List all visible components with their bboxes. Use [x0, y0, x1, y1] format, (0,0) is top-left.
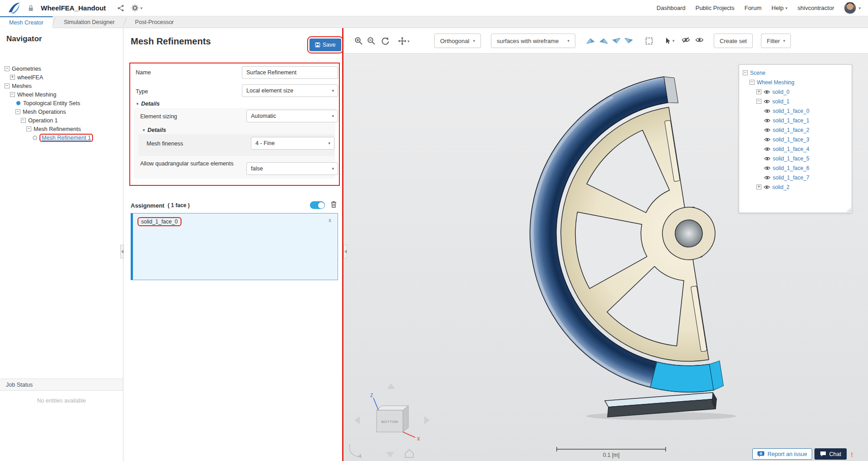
navigator-tree-item[interactable]: −Wheel Meshing	[0, 90, 123, 99]
assigned-face-chip[interactable]: solid_1_face_0	[137, 217, 181, 226]
name-input[interactable]	[242, 66, 338, 79]
navigator-tree-item[interactable]: −Meshes	[0, 82, 123, 90]
rotate-down-arrow[interactable]	[386, 452, 394, 457]
tree-item-label[interactable]: wheelFEA	[17, 74, 43, 81]
visibility-icon[interactable]	[764, 156, 770, 161]
visibility-icon[interactable]	[764, 175, 770, 180]
collapse-icon[interactable]: −	[26, 126, 31, 131]
panel-resize-handle[interactable]	[343, 245, 347, 258]
visibility-icon[interactable]	[764, 147, 770, 151]
report-issue-button[interactable]: Report an issue	[752, 448, 812, 460]
share-icon[interactable]	[117, 5, 124, 12]
zoom-in-icon[interactable]	[354, 37, 363, 45]
tree-item-label[interactable]: solid_1	[772, 98, 790, 105]
tab-mesh-creator[interactable]: Mesh Creator	[0, 16, 53, 28]
scene-tree-item[interactable]: solid_1_face_2	[741, 125, 850, 135]
tree-item-label[interactable]: solid_1_face_0	[773, 108, 809, 114]
header-link-dashboard[interactable]: Dashboard	[657, 5, 686, 11]
filter-button[interactable]: Filter▾	[761, 34, 791, 48]
scene-tree-item[interactable]: solid_1_face_3	[741, 135, 850, 144]
show-all-icon[interactable]	[695, 37, 704, 43]
tree-item-label[interactable]: Geometries	[12, 66, 41, 72]
collapse-icon[interactable]: −	[750, 80, 755, 85]
rotate-right-arrow[interactable]	[424, 416, 430, 424]
expand-icon[interactable]: +	[756, 89, 761, 94]
quad-elements-select[interactable]: false▾	[246, 162, 338, 175]
collapse-icon[interactable]: −	[743, 70, 748, 75]
navigator-tree-item[interactable]: Mesh Refinement 1	[0, 133, 123, 142]
collapse-icon[interactable]: −	[5, 83, 10, 88]
header-link-public-projects[interactable]: Public Projects	[696, 5, 735, 11]
scene-tree-item[interactable]: solid_1_face_1	[741, 116, 850, 125]
tree-item-label[interactable]: Mesh Refinement 1	[39, 134, 93, 142]
tree-item-label[interactable]: solid_1_face_1	[773, 117, 809, 124]
scene-tree-item[interactable]: +solid_0	[741, 87, 850, 97]
navigator-tree-item[interactable]: −Mesh Operations	[0, 107, 123, 116]
tree-item-label[interactable]: Topological Entity Sets	[23, 100, 80, 107]
home-view-icon[interactable]	[405, 450, 413, 457]
box-select-icon[interactable]	[645, 37, 653, 45]
header-link-help[interactable]: Help▾	[771, 5, 787, 11]
type-select[interactable]: Local element size▾	[242, 84, 338, 97]
expand-icon[interactable]: +	[10, 75, 15, 80]
tab-simulation-designer[interactable]: Simulation Designer	[55, 16, 124, 28]
tree-item-label[interactable]: solid_1_face_3	[773, 136, 809, 143]
tree-item-label[interactable]: Operation 1	[28, 117, 58, 124]
collapse-icon[interactable]: −	[15, 109, 20, 114]
projection-select[interactable]: Orthogonal▾	[434, 34, 481, 48]
visibility-icon[interactable]	[764, 99, 770, 104]
tree-item-label[interactable]: solid_0	[772, 89, 790, 95]
tree-item-label[interactable]: Wheel Meshing	[757, 79, 794, 86]
navigator-tree-item[interactable]: +wheelFEA	[0, 73, 123, 82]
scene-tree-item[interactable]: −Scene	[741, 68, 850, 78]
create-set-button[interactable]: Create set	[714, 34, 753, 48]
tree-item-label[interactable]: Meshes	[12, 83, 32, 89]
user-avatar[interactable]	[844, 2, 856, 14]
render-mode-select[interactable]: surfaces with wireframe▾	[491, 34, 575, 48]
tree-item-label[interactable]: solid_2	[772, 184, 790, 190]
visibility-icon[interactable]	[764, 90, 770, 94]
zoom-out-icon[interactable]	[367, 37, 376, 45]
remove-assignment-button[interactable]: x	[329, 217, 331, 223]
tree-item-label[interactable]: solid_1_face_6	[773, 165, 809, 171]
collapse-icon[interactable]: −	[21, 118, 26, 123]
tree-item-label[interactable]: Mesh Refinements	[34, 126, 81, 132]
tree-item-label[interactable]: solid_1_face_2	[773, 127, 809, 133]
hide-selection-icon[interactable]	[682, 37, 690, 43]
panel-resize-handle[interactable]	[120, 245, 124, 258]
rotate-up-arrow[interactable]	[387, 383, 395, 389]
user-menu[interactable]: ▾	[844, 2, 861, 14]
scene-tree-item[interactable]: solid_1_face_6	[741, 163, 850, 173]
navigator-tree-item[interactable]: Topological Entity Sets	[0, 99, 123, 107]
scene-tree-item[interactable]: −solid_1	[741, 97, 850, 106]
scene-tree-item[interactable]: solid_1_face_7	[741, 173, 850, 182]
visibility-icon[interactable]	[764, 185, 770, 189]
scene-tree-item[interactable]: solid_1_face_4	[741, 144, 850, 154]
visibility-icon[interactable]	[764, 118, 770, 123]
mesh-fineness-select[interactable]: 4 - Fine▾	[251, 137, 334, 150]
expand-icon[interactable]: +	[756, 184, 761, 189]
pan-move-icon[interactable]: ▾	[398, 37, 410, 45]
job-status-header[interactable]: Job Status	[0, 379, 123, 391]
header-link-shivcontractor[interactable]: shivcontractor	[798, 5, 834, 11]
collapse-icon[interactable]: −	[10, 92, 15, 97]
visibility-icon[interactable]	[764, 109, 770, 113]
navigator-tree-item[interactable]: −Geometries	[0, 64, 123, 73]
view-preset-icon-4[interactable]	[624, 37, 634, 45]
assignment-box[interactable]: solid_1_face_0 x	[131, 213, 338, 280]
chat-button[interactable]: Chat	[814, 448, 847, 460]
collapse-icon[interactable]: −	[756, 99, 761, 104]
save-button[interactable]: Save	[309, 39, 341, 51]
orientation-cube[interactable]: BOTTOM Z X	[349, 383, 430, 458]
tree-item-label[interactable]: solid_1_face_5	[773, 155, 809, 162]
view-preset-icon-3[interactable]	[611, 37, 621, 45]
inner-details-header[interactable]: ▼Details	[142, 127, 166, 133]
app-logo-icon[interactable]	[7, 1, 21, 15]
visibility-icon[interactable]	[764, 128, 770, 132]
tree-item-label[interactable]: solid_1_face_7	[773, 175, 809, 181]
tree-item-label[interactable]: Scene	[750, 70, 765, 76]
collapse-icon[interactable]: −	[5, 66, 10, 71]
rotate-ccw-arrow[interactable]	[349, 444, 361, 456]
navigator-tree-item[interactable]: −Operation 1	[0, 116, 123, 125]
view-preset-icon-2[interactable]	[598, 37, 608, 45]
